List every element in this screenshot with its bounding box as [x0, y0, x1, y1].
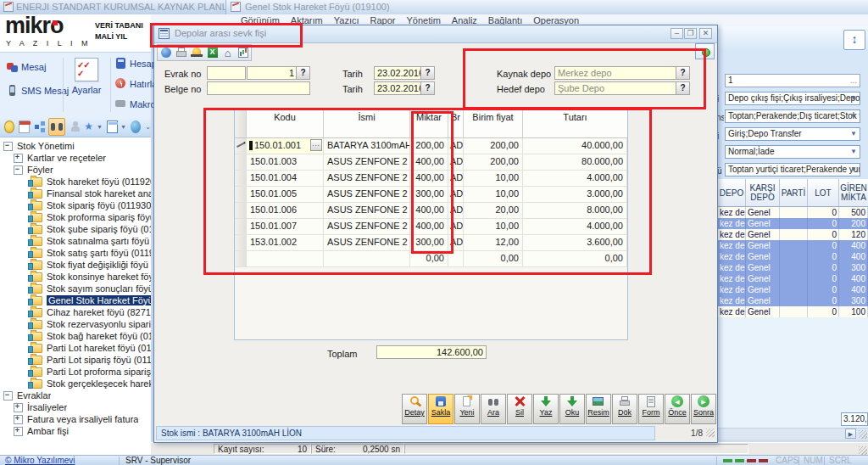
- tree-item[interactable]: Stok proforma sipariş föyü (0119: [0, 211, 151, 223]
- tree-item[interactable]: Stok satış şartı föyü (011941): [0, 247, 151, 259]
- mesaj-button[interactable]: Mesaj: [7, 61, 46, 72]
- orgchart-icon[interactable]: [34, 120, 44, 133]
- grid-column-lot[interactable]: LOT: [808, 179, 839, 206]
- lookup-help-button[interactable]: ?: [296, 67, 309, 79]
- tree-item[interactable]: Stok satınalma şartı föyü (011940: [0, 235, 151, 247]
- tree-item[interactable]: Fatura veya irsaliyeli fatura: [0, 413, 151, 425]
- tree-expand-icon[interactable]: [3, 142, 13, 151]
- chevron-down-icon[interactable]: ▼: [849, 129, 859, 139]
- grid-row[interactable]: kez depo Genel 0 400: [718, 273, 868, 284]
- belge-no-input[interactable]: [207, 81, 310, 95]
- grid-row[interactable]: kez depo Genel 0 100: [718, 306, 868, 317]
- tree-item[interactable]: Föyler: [0, 164, 151, 176]
- filter-dropdown[interactable]: Toptan;Perakende;Dış ticaret;Stok v ▼: [725, 109, 860, 123]
- chevron-down-icon[interactable]: ▼: [849, 93, 859, 104]
- grid-column-depo[interactable]: DEPO: [718, 179, 746, 206]
- chevron-down-icon[interactable]: ▾: [98, 123, 103, 131]
- tree-item[interactable]: Stok fiyat değişikliği föyü (01195: [0, 259, 151, 271]
- filter-number-input[interactable]: 1 ...: [725, 74, 860, 87]
- resize-grip[interactable]: [859, 430, 867, 439]
- tree-item[interactable]: Parti Lot proforma sipariş föyü (0: [0, 366, 151, 378]
- calendar-help-button[interactable]: ?: [420, 82, 434, 94]
- grid-row[interactable]: kez depo Genel 0 400: [718, 284, 868, 295]
- tree-item[interactable]: Stok sayım sonuçları föyü (01199: [0, 283, 151, 294]
- copyright-link[interactable]: © Mikro Yazılımevi: [5, 456, 75, 465]
- tree-expand-icon[interactable]: [14, 427, 23, 436]
- evrak-seq-input[interactable]: 1 ?: [247, 66, 310, 80]
- grid-row[interactable]: kez depo Genel 0 120: [718, 229, 868, 240]
- resize-grip[interactable]: [859, 446, 867, 455]
- grid-column-giren-miktar[interactable]: GİREN MİKTA: [839, 179, 868, 206]
- tree-item[interactable]: Parti Lot hareket föyü (011951): [0, 342, 151, 354]
- action-button[interactable]: Sil: [507, 394, 532, 424]
- scroll-right-icon[interactable]: ▶: [845, 429, 856, 439]
- action-button[interactable]: Dök: [612, 394, 637, 424]
- action-button[interactable]: Sakla: [428, 394, 453, 424]
- chevron-down-icon[interactable]: ▼: [849, 147, 859, 157]
- action-button[interactable]: Form: [638, 394, 664, 424]
- tree-expand-icon[interactable]: [14, 154, 23, 163]
- grid-row[interactable]: kez depo Genel 0 400: [718, 251, 868, 262]
- chevron-down-icon[interactable]: ▼: [849, 165, 859, 175]
- tree-expand-icon[interactable]: [14, 165, 23, 175]
- filter-dropdown[interactable]: Depo çıkış fişi;Çıkış irsaliyesi;Depola …: [725, 92, 860, 105]
- close-button[interactable]: ✕: [699, 28, 712, 39]
- tarih2-input[interactable]: 23.02.2016 ?: [374, 81, 435, 95]
- tree-item[interactable]: Kartlar ve reçeteler: [0, 152, 151, 164]
- tree-item[interactable]: Stok bağ hareket föyü (019120): [0, 330, 151, 342]
- ellipsis-icon[interactable]: ...: [850, 75, 857, 87]
- ayarlar-button[interactable]: Ayarlar: [66, 58, 107, 114]
- chevron-down-icon[interactable]: ▾: [122, 123, 127, 131]
- action-button[interactable]: Yeni: [454, 394, 480, 424]
- tree-item[interactable]: Finansal stok hareket analiz föyü: [0, 188, 151, 199]
- chevron-down-icon[interactable]: ▼: [849, 111, 859, 121]
- sort-updown-button[interactable]: ↕: [843, 30, 865, 50]
- star-icon[interactable]: ★: [84, 120, 94, 133]
- grid-icon[interactable]: [107, 120, 117, 133]
- calendar-icon[interactable]: [19, 120, 29, 133]
- maximize-button[interactable]: ❐: [684, 28, 697, 39]
- tree-item[interactable]: İrsaliyeler: [0, 401, 151, 413]
- tree-item[interactable]: Stok gerçekleşecek hareketler föy: [0, 378, 151, 389]
- toolbar-overflow-icon[interactable]: ⌄: [145, 123, 151, 131]
- calendar-help-button[interactable]: ?: [420, 67, 434, 79]
- globe-icon[interactable]: [131, 120, 141, 133]
- filter-dropdown[interactable]: Toptan yurtiçi ticaret;Perakende yur ▼: [725, 163, 860, 176]
- tree-item[interactable]: Parti Lot sipariş föyü (011952): [0, 354, 151, 366]
- action-button[interactable]: Yaz: [533, 394, 559, 424]
- action-button[interactable]: Ara: [481, 394, 506, 424]
- grid-column-parti[interactable]: PARTİ: [780, 179, 808, 206]
- grid-row[interactable]: kez depo Genel 0 400: [718, 240, 868, 251]
- grid-row[interactable]: kez depo Genel 0 300: [718, 262, 868, 273]
- clock-icon[interactable]: [4, 120, 14, 133]
- sms-mesaj-button[interactable]: SMS Mesaj: [7, 85, 69, 96]
- tree-item[interactable]: Stok rezervasyonlu sipariş föyü (0: [0, 318, 151, 330]
- grid-row[interactable]: kez depo Genel 0 200: [718, 218, 868, 229]
- tree-item[interactable]: Ambar fişi: [0, 425, 151, 437]
- action-button[interactable]: Oku: [559, 394, 585, 424]
- action-button[interactable]: Resim: [586, 394, 611, 424]
- tree-item[interactable]: Evraklar: [0, 389, 151, 401]
- action-button[interactable]: Detay: [402, 394, 427, 424]
- tree-item[interactable]: Stok şube sipariş föyü (011997): [0, 223, 151, 235]
- tree-item[interactable]: Stok konsinye hareket föyü (0119: [0, 271, 151, 283]
- grid-row[interactable]: kez depo Genel 0 500: [718, 207, 868, 218]
- grid-row[interactable]: kez depo Genel 0 300: [718, 295, 868, 306]
- tree-item[interactable]: Cihaz hareket föyü (827100): [0, 306, 151, 318]
- resize-grip[interactable]: [706, 429, 715, 437]
- tree-item[interactable]: Genel Stok Hareket Föyü (019100: [0, 294, 151, 306]
- action-button[interactable]: Önce: [665, 394, 690, 424]
- grid-column-karsi-depo[interactable]: KARŞI DEPO: [746, 179, 780, 206]
- tree-expand-icon[interactable]: [3, 391, 13, 401]
- tree-item[interactable]: Stok hareket föyü (011920): [0, 176, 151, 188]
- tree-expand-icon[interactable]: [14, 403, 23, 412]
- person-icon[interactable]: [70, 120, 80, 133]
- evrak-no-input[interactable]: [207, 66, 246, 80]
- tree-item[interactable]: Stok Yönetimi: [0, 140, 151, 152]
- filter-dropdown[interactable]: Normal;İade ▼: [725, 145, 860, 159]
- filter-dropdown[interactable]: Giriş;Depo Transfer ▼: [725, 127, 860, 141]
- tree-expand-icon[interactable]: [14, 415, 23, 424]
- horizontal-scrollbar[interactable]: ▶: [718, 428, 868, 440]
- binoculars-button-selected[interactable]: [48, 118, 65, 136]
- tarih1-input[interactable]: 23.02.2016 ?: [374, 66, 435, 80]
